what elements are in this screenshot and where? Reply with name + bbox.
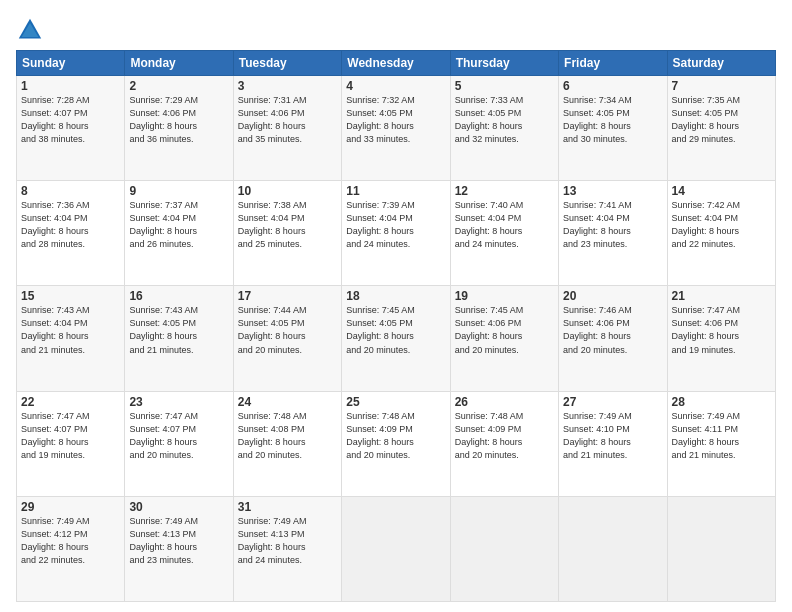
- calendar-cell: 17 Sunrise: 7:44 AMSunset: 4:05 PMDaylig…: [233, 286, 341, 391]
- calendar-cell: 26 Sunrise: 7:48 AMSunset: 4:09 PMDaylig…: [450, 391, 558, 496]
- calendar-cell: 2 Sunrise: 7:29 AMSunset: 4:06 PMDayligh…: [125, 76, 233, 181]
- day-info: Sunrise: 7:47 AMSunset: 4:06 PMDaylight:…: [672, 304, 771, 356]
- day-number: 26: [455, 395, 554, 409]
- calendar-day-header: Thursday: [450, 51, 558, 76]
- day-info: Sunrise: 7:36 AMSunset: 4:04 PMDaylight:…: [21, 199, 120, 251]
- day-info: Sunrise: 7:48 AMSunset: 4:09 PMDaylight:…: [346, 410, 445, 462]
- day-number: 6: [563, 79, 662, 93]
- calendar: SundayMondayTuesdayWednesdayThursdayFrid…: [16, 50, 776, 602]
- day-info: Sunrise: 7:33 AMSunset: 4:05 PMDaylight:…: [455, 94, 554, 146]
- calendar-cell: [450, 496, 558, 601]
- logo-icon: [16, 16, 44, 44]
- calendar-cell: [667, 496, 775, 601]
- calendar-week-row: 22 Sunrise: 7:47 AMSunset: 4:07 PMDaylig…: [17, 391, 776, 496]
- day-number: 21: [672, 289, 771, 303]
- day-info: Sunrise: 7:37 AMSunset: 4:04 PMDaylight:…: [129, 199, 228, 251]
- calendar-cell: 28 Sunrise: 7:49 AMSunset: 4:11 PMDaylig…: [667, 391, 775, 496]
- calendar-week-row: 8 Sunrise: 7:36 AMSunset: 4:04 PMDayligh…: [17, 181, 776, 286]
- day-number: 7: [672, 79, 771, 93]
- day-number: 2: [129, 79, 228, 93]
- calendar-cell: 14 Sunrise: 7:42 AMSunset: 4:04 PMDaylig…: [667, 181, 775, 286]
- day-info: Sunrise: 7:38 AMSunset: 4:04 PMDaylight:…: [238, 199, 337, 251]
- calendar-week-row: 29 Sunrise: 7:49 AMSunset: 4:12 PMDaylig…: [17, 496, 776, 601]
- calendar-cell: 31 Sunrise: 7:49 AMSunset: 4:13 PMDaylig…: [233, 496, 341, 601]
- calendar-cell: 23 Sunrise: 7:47 AMSunset: 4:07 PMDaylig…: [125, 391, 233, 496]
- calendar-cell: 19 Sunrise: 7:45 AMSunset: 4:06 PMDaylig…: [450, 286, 558, 391]
- calendar-cell: 11 Sunrise: 7:39 AMSunset: 4:04 PMDaylig…: [342, 181, 450, 286]
- calendar-cell: 12 Sunrise: 7:40 AMSunset: 4:04 PMDaylig…: [450, 181, 558, 286]
- calendar-day-header: Friday: [559, 51, 667, 76]
- day-number: 8: [21, 184, 120, 198]
- day-number: 29: [21, 500, 120, 514]
- calendar-cell: 25 Sunrise: 7:48 AMSunset: 4:09 PMDaylig…: [342, 391, 450, 496]
- day-info: Sunrise: 7:44 AMSunset: 4:05 PMDaylight:…: [238, 304, 337, 356]
- calendar-cell: 10 Sunrise: 7:38 AMSunset: 4:04 PMDaylig…: [233, 181, 341, 286]
- day-info: Sunrise: 7:34 AMSunset: 4:05 PMDaylight:…: [563, 94, 662, 146]
- day-info: Sunrise: 7:31 AMSunset: 4:06 PMDaylight:…: [238, 94, 337, 146]
- calendar-cell: 22 Sunrise: 7:47 AMSunset: 4:07 PMDaylig…: [17, 391, 125, 496]
- day-info: Sunrise: 7:45 AMSunset: 4:06 PMDaylight:…: [455, 304, 554, 356]
- day-info: Sunrise: 7:28 AMSunset: 4:07 PMDaylight:…: [21, 94, 120, 146]
- calendar-cell: 4 Sunrise: 7:32 AMSunset: 4:05 PMDayligh…: [342, 76, 450, 181]
- day-number: 3: [238, 79, 337, 93]
- calendar-cell: 5 Sunrise: 7:33 AMSunset: 4:05 PMDayligh…: [450, 76, 558, 181]
- calendar-cell: [342, 496, 450, 601]
- day-number: 19: [455, 289, 554, 303]
- day-number: 28: [672, 395, 771, 409]
- day-info: Sunrise: 7:41 AMSunset: 4:04 PMDaylight:…: [563, 199, 662, 251]
- calendar-cell: 16 Sunrise: 7:43 AMSunset: 4:05 PMDaylig…: [125, 286, 233, 391]
- day-number: 13: [563, 184, 662, 198]
- day-number: 31: [238, 500, 337, 514]
- calendar-day-header: Sunday: [17, 51, 125, 76]
- calendar-cell: 13 Sunrise: 7:41 AMSunset: 4:04 PMDaylig…: [559, 181, 667, 286]
- day-number: 24: [238, 395, 337, 409]
- calendar-day-header: Wednesday: [342, 51, 450, 76]
- day-info: Sunrise: 7:47 AMSunset: 4:07 PMDaylight:…: [129, 410, 228, 462]
- day-number: 22: [21, 395, 120, 409]
- calendar-cell: 24 Sunrise: 7:48 AMSunset: 4:08 PMDaylig…: [233, 391, 341, 496]
- calendar-day-header: Tuesday: [233, 51, 341, 76]
- calendar-cell: 18 Sunrise: 7:45 AMSunset: 4:05 PMDaylig…: [342, 286, 450, 391]
- day-info: Sunrise: 7:49 AMSunset: 4:13 PMDaylight:…: [129, 515, 228, 567]
- calendar-week-row: 1 Sunrise: 7:28 AMSunset: 4:07 PMDayligh…: [17, 76, 776, 181]
- calendar-cell: 7 Sunrise: 7:35 AMSunset: 4:05 PMDayligh…: [667, 76, 775, 181]
- day-info: Sunrise: 7:49 AMSunset: 4:13 PMDaylight:…: [238, 515, 337, 567]
- day-number: 5: [455, 79, 554, 93]
- day-info: Sunrise: 7:42 AMSunset: 4:04 PMDaylight:…: [672, 199, 771, 251]
- day-number: 27: [563, 395, 662, 409]
- calendar-cell: 3 Sunrise: 7:31 AMSunset: 4:06 PMDayligh…: [233, 76, 341, 181]
- day-info: Sunrise: 7:46 AMSunset: 4:06 PMDaylight:…: [563, 304, 662, 356]
- day-info: Sunrise: 7:47 AMSunset: 4:07 PMDaylight:…: [21, 410, 120, 462]
- day-info: Sunrise: 7:48 AMSunset: 4:08 PMDaylight:…: [238, 410, 337, 462]
- calendar-day-header: Saturday: [667, 51, 775, 76]
- day-number: 1: [21, 79, 120, 93]
- day-number: 20: [563, 289, 662, 303]
- day-info: Sunrise: 7:29 AMSunset: 4:06 PMDaylight:…: [129, 94, 228, 146]
- day-number: 11: [346, 184, 445, 198]
- calendar-cell: 9 Sunrise: 7:37 AMSunset: 4:04 PMDayligh…: [125, 181, 233, 286]
- day-info: Sunrise: 7:48 AMSunset: 4:09 PMDaylight:…: [455, 410, 554, 462]
- calendar-cell: [559, 496, 667, 601]
- day-info: Sunrise: 7:39 AMSunset: 4:04 PMDaylight:…: [346, 199, 445, 251]
- day-info: Sunrise: 7:32 AMSunset: 4:05 PMDaylight:…: [346, 94, 445, 146]
- day-number: 25: [346, 395, 445, 409]
- calendar-cell: 27 Sunrise: 7:49 AMSunset: 4:10 PMDaylig…: [559, 391, 667, 496]
- day-number: 18: [346, 289, 445, 303]
- calendar-cell: 15 Sunrise: 7:43 AMSunset: 4:04 PMDaylig…: [17, 286, 125, 391]
- day-info: Sunrise: 7:49 AMSunset: 4:10 PMDaylight:…: [563, 410, 662, 462]
- day-info: Sunrise: 7:35 AMSunset: 4:05 PMDaylight:…: [672, 94, 771, 146]
- calendar-week-row: 15 Sunrise: 7:43 AMSunset: 4:04 PMDaylig…: [17, 286, 776, 391]
- calendar-cell: 29 Sunrise: 7:49 AMSunset: 4:12 PMDaylig…: [17, 496, 125, 601]
- day-number: 30: [129, 500, 228, 514]
- day-number: 17: [238, 289, 337, 303]
- day-info: Sunrise: 7:49 AMSunset: 4:12 PMDaylight:…: [21, 515, 120, 567]
- day-number: 14: [672, 184, 771, 198]
- day-info: Sunrise: 7:43 AMSunset: 4:04 PMDaylight:…: [21, 304, 120, 356]
- calendar-day-header: Monday: [125, 51, 233, 76]
- calendar-cell: 30 Sunrise: 7:49 AMSunset: 4:13 PMDaylig…: [125, 496, 233, 601]
- day-number: 9: [129, 184, 228, 198]
- day-info: Sunrise: 7:45 AMSunset: 4:05 PMDaylight:…: [346, 304, 445, 356]
- day-number: 12: [455, 184, 554, 198]
- day-info: Sunrise: 7:40 AMSunset: 4:04 PMDaylight:…: [455, 199, 554, 251]
- logo: [16, 16, 46, 44]
